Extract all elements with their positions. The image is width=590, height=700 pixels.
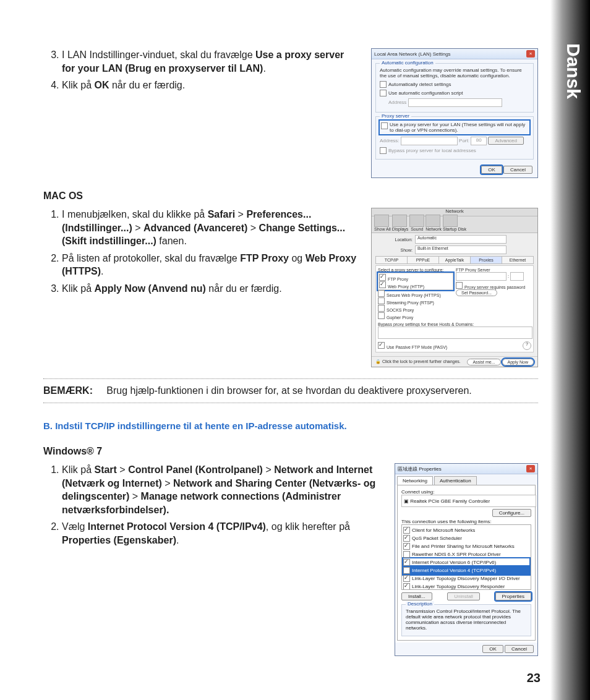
list-item[interactable]: Client for Microsoft Networks bbox=[403, 526, 529, 534]
lock-icon[interactable]: 🔒 bbox=[375, 359, 381, 364]
list-item[interactable]: QoS Packet Scheduler bbox=[403, 534, 529, 542]
mac-body: Select a proxy server to configure: FTP … bbox=[375, 265, 534, 352]
props-titlebar: 區域連線 Properties × bbox=[395, 464, 537, 474]
btn-ok[interactable]: OK bbox=[482, 645, 503, 653]
btn-set-password[interactable]: Set Password... bbox=[456, 289, 497, 296]
desc-text: Transmission Control Protocol/Internet P… bbox=[406, 608, 527, 631]
chk-auto-script[interactable]: Use automatic configuration script bbox=[380, 90, 529, 96]
toolbar-icon[interactable] bbox=[374, 215, 389, 227]
tab[interactable]: Ethernet bbox=[502, 257, 533, 263]
list-item[interactable]: File and Printer Sharing for Microsoft N… bbox=[403, 542, 529, 550]
note-text: Brug hjælp-funktionen i din browser for,… bbox=[106, 385, 472, 396]
toolbar-icon[interactable] bbox=[425, 215, 440, 227]
mac-tabs: TCP/IP PPPoE AppleTalk Proxies Ethernet bbox=[375, 256, 534, 264]
mac-step-1: I menubjælken, skal du klikke på Safari … bbox=[62, 208, 359, 248]
lan-steps: I LAN Indstillinger-vinduet, skal du fra… bbox=[43, 48, 359, 92]
group-auto: Automatic configuration Automatic config… bbox=[375, 63, 534, 113]
btn-cancel[interactable]: Cancel bbox=[505, 645, 534, 653]
l: Connect using: bbox=[401, 489, 531, 495]
proxy-item[interactable]: Web Proxy (HTTP) bbox=[379, 281, 452, 289]
btn-uninstall[interactable]: Uninstall bbox=[447, 592, 480, 600]
note-box: BEMÆRK: Brug hjælp-funktionen i din brow… bbox=[43, 378, 538, 403]
win7-heading: Windows® 7 bbox=[43, 446, 538, 457]
tab-auth[interactable]: Authentication bbox=[434, 476, 477, 485]
lan-titlebar: Local Area Network (LAN) Settings × bbox=[372, 49, 537, 59]
t: OK bbox=[94, 80, 109, 90]
btn-ok[interactable]: OK bbox=[481, 166, 502, 174]
l: Automatically detect settings bbox=[388, 82, 451, 87]
list-item[interactable]: Link-Layer Topology Discovery Responder bbox=[403, 583, 529, 590]
list-item-ipv6[interactable]: Internet Protocol Version 6 (TCP/IPv6) bbox=[403, 558, 529, 566]
tab[interactable]: TCP/IP bbox=[376, 257, 408, 263]
proxy-item[interactable]: Streaming Proxy (RTSP) bbox=[378, 297, 453, 305]
close-icon[interactable]: × bbox=[526, 465, 535, 472]
step-3: I LAN Indstillinger-vinduet, skal du fra… bbox=[62, 48, 359, 75]
lan-title: Local Area Network (LAN) Settings bbox=[374, 51, 451, 57]
t: Automatic configuration may override man… bbox=[380, 67, 529, 79]
port-value[interactable]: 80 bbox=[471, 137, 487, 145]
mac-step-2: På listen af protokoller, skal du fravæl… bbox=[62, 252, 359, 278]
items-list: Client for Microsoft Networks QoS Packet… bbox=[401, 524, 531, 590]
g: Proxy server bbox=[380, 113, 411, 119]
close-icon[interactable]: × bbox=[526, 50, 535, 58]
nic-icon: ▣ bbox=[404, 498, 409, 504]
proxy-server-field[interactable] bbox=[456, 272, 507, 281]
chk-req-pw[interactable]: Proxy server requires password bbox=[456, 282, 531, 289]
proxy-item[interactable]: FTP Proxy bbox=[379, 274, 452, 281]
proxy-item[interactable]: Secure Web Proxy (HTTPS) bbox=[378, 290, 453, 297]
btn-properties[interactable]: Properties bbox=[495, 592, 531, 600]
section-b-heading: B. Indstil TCP/IP indstillingerne til at… bbox=[43, 420, 538, 431]
btn-advanced[interactable]: Advanced bbox=[488, 137, 524, 145]
screenshot-lan: Local Area Network (LAN) Settings × Auto… bbox=[371, 48, 538, 178]
section-lan: I LAN Indstillinger-vinduet, skal du fra… bbox=[43, 48, 538, 178]
chk-auto-detect[interactable]: Automatically detect settings bbox=[380, 81, 529, 88]
l: Address bbox=[388, 100, 406, 105]
g: Automatic configuration bbox=[380, 60, 435, 66]
list-item-ipv4[interactable]: Internet Protocol Version 4 (TCP/IPv4) bbox=[403, 566, 529, 574]
btn-configure[interactable]: Configure... bbox=[492, 509, 531, 517]
show-select[interactable]: Built-in Ethernet bbox=[415, 245, 507, 254]
btn-install[interactable]: Install... bbox=[401, 592, 432, 600]
tab-proxies[interactable]: Proxies bbox=[471, 257, 502, 263]
btn-cancel[interactable]: Cancel bbox=[503, 166, 532, 174]
tab[interactable]: AppleTalk bbox=[439, 257, 471, 263]
l: Select a proxy server to configure: bbox=[378, 268, 453, 272]
props-title: 區域連線 Properties bbox=[398, 466, 442, 472]
l: Use automatic configuration script bbox=[388, 90, 463, 96]
content-area: I LAN Indstillinger-vinduet, skal du fra… bbox=[43, 48, 538, 656]
toolbar-icon[interactable] bbox=[409, 215, 424, 227]
toolbar-icon[interactable] bbox=[392, 215, 407, 227]
help-icon[interactable]: ? bbox=[523, 341, 531, 350]
l: FTP Proxy Server bbox=[456, 268, 531, 272]
adapter-field: ▣ Realtek PCIe GBE Family Controller bbox=[401, 495, 536, 507]
location-select[interactable]: Automatic bbox=[415, 235, 507, 244]
chk-pasv[interactable]: Use Passive FTP Mode (PASV) bbox=[378, 342, 447, 349]
chk-use-proxy[interactable]: Use a proxy server for your LAN (These s… bbox=[380, 121, 529, 134]
chk-bypass[interactable]: Bypass proxy server for local addresses bbox=[380, 147, 529, 154]
l: Bypass proxy server for local addresses bbox=[388, 148, 476, 153]
list-item[interactable]: Rawether NDIS 6.X SPR Protocol Driver bbox=[403, 550, 529, 558]
mac-steps: I menubjælken, skal du klikke på Safari … bbox=[43, 208, 359, 296]
screenshot-mac: Network Show All Displays Sound Network … bbox=[371, 208, 538, 367]
l: Address: bbox=[380, 138, 400, 143]
l: Port: bbox=[459, 138, 469, 143]
props-body: Connect using: ▣ Realtek PCIe GBE Family… bbox=[397, 485, 536, 641]
l: Use a proxy server for your LAN (These s… bbox=[390, 122, 528, 133]
toolbar-icon[interactable] bbox=[443, 215, 458, 227]
t: når du er færdig. bbox=[109, 80, 185, 90]
tab[interactable]: PPPoE bbox=[408, 257, 439, 263]
list-item[interactable]: Link-Layer Topology Discovery Mapper I/O… bbox=[403, 574, 529, 583]
g: Description bbox=[406, 601, 434, 607]
side-gradient: Dansk bbox=[550, 0, 590, 700]
mac-footer: 🔒 Click the lock to prevent further chan… bbox=[372, 356, 537, 367]
tab-networking[interactable]: Networking bbox=[397, 476, 433, 485]
proxy-item[interactable]: SOCKS Proxy bbox=[378, 305, 453, 312]
btn-assist[interactable]: Assist me... bbox=[467, 359, 500, 365]
win7-step-1: Klik på Start > Control Panel (Kontrolpa… bbox=[62, 463, 382, 516]
proxy-port-field[interactable] bbox=[510, 272, 524, 281]
btn-apply-now[interactable]: Apply Now bbox=[502, 359, 534, 365]
proxy-item[interactable]: Gopher Proxy bbox=[378, 312, 453, 320]
bypass-field[interactable] bbox=[378, 327, 532, 339]
note-label: BEMÆRK: bbox=[43, 385, 93, 396]
win7-step-2: Vælg Internet Protocol Version 4 (TCP/IP… bbox=[62, 520, 382, 547]
